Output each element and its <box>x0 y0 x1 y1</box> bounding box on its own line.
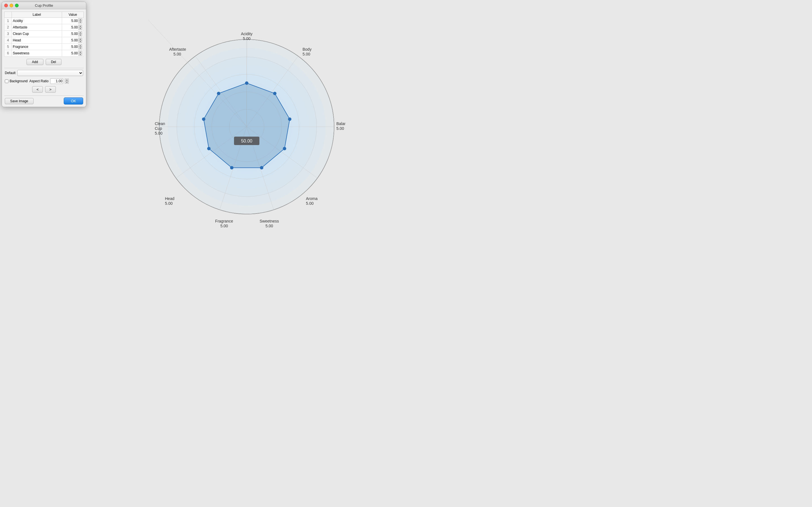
data-point-fragrance <box>230 166 234 170</box>
close-button[interactable] <box>4 4 8 7</box>
value-spinner[interactable]: ▲ ▼ <box>79 38 82 43</box>
maximize-button[interactable] <box>15 4 18 7</box>
aspect-ratio-spinner[interactable]: ▲ ▼ <box>65 78 69 83</box>
axis-value-aftertaste: 5.00 <box>173 52 181 56</box>
value-text: 5.00 <box>71 51 78 55</box>
center-value-text: 50.00 <box>241 138 252 144</box>
label-input[interactable] <box>13 25 61 29</box>
radar-chart: 50.00 2 4 6 8 10 Acidity 5.00 Body 5.00 … <box>148 20 345 234</box>
background-label: Background <box>10 79 28 83</box>
data-point-balance <box>288 117 292 121</box>
value-spinner[interactable]: ▲ ▼ <box>79 44 82 49</box>
separator-2 <box>4 96 84 96</box>
value-text: 5.00 <box>71 19 78 23</box>
row-label <box>11 44 62 50</box>
value-spinner-down[interactable]: ▼ <box>79 40 82 43</box>
row-num: 1 <box>4 18 12 24</box>
row-value: 5.00 ▲ ▼ <box>62 37 84 44</box>
data-point-aftertaste <box>217 92 220 95</box>
label-input[interactable] <box>13 32 61 36</box>
value-spinner-up[interactable]: ▲ <box>79 18 82 21</box>
titlebar: Cup Profile <box>2 2 86 9</box>
axis-value-cleancup: 5.00 <box>155 131 162 135</box>
row-num: 5 <box>4 44 12 50</box>
col-value: Value <box>62 12 84 18</box>
separator-1 <box>4 68 84 68</box>
label-input[interactable] <box>13 51 61 55</box>
spinner-up[interactable]: ▲ <box>65 78 69 81</box>
next-button[interactable]: > <box>45 86 56 93</box>
value-spinner-down[interactable]: ▼ <box>79 47 82 49</box>
add-del-row: Add Del <box>4 59 84 65</box>
value-spinner-down[interactable]: ▼ <box>79 21 82 23</box>
del-button[interactable]: Del <box>46 59 61 65</box>
data-point-body <box>273 92 276 95</box>
value-spinner-up[interactable]: ▲ <box>79 25 82 27</box>
table-row: 6 5.00 ▲ ▼ <box>4 50 84 57</box>
value-spinner[interactable]: ▲ ▼ <box>79 25 82 30</box>
row-label <box>11 24 62 31</box>
axis-label-aftertaste: Aftertaste <box>169 47 186 52</box>
col-num <box>4 12 12 18</box>
window-body: Label Value 1 5.00 ▲ ▼ 2 <box>2 9 86 107</box>
nav-row: < > <box>4 86 84 93</box>
value-text: 5.00 <box>71 25 78 29</box>
prev-button[interactable]: < <box>32 86 43 93</box>
value-spinner-down[interactable]: ▼ <box>79 53 82 56</box>
axis-label-cleancup2: Cup <box>155 126 162 131</box>
row-num: 3 <box>4 31 12 37</box>
value-spinner-down[interactable]: ▼ <box>79 34 82 36</box>
axis-value-balance: 5.00 <box>336 126 344 131</box>
row-num: 4 <box>4 37 12 44</box>
axis-label-head: Head <box>165 196 174 201</box>
add-button[interactable]: Add <box>27 59 43 65</box>
table-row: 3 5.00 ▲ ▼ <box>4 31 84 37</box>
data-point-aroma <box>283 147 286 151</box>
bottom-row: Save Image OK <box>4 98 84 105</box>
value-spinner[interactable]: ▲ ▼ <box>79 18 82 23</box>
data-table: Label Value 1 5.00 ▲ ▼ 2 <box>4 11 84 57</box>
value-spinner-up[interactable]: ▲ <box>79 44 82 47</box>
row-value: 5.00 ▲ ▼ <box>62 18 84 24</box>
axis-value-head: 5.00 <box>165 201 172 206</box>
label-input[interactable] <box>13 45 61 49</box>
axis-value-fragrance: 5.00 <box>220 224 228 228</box>
value-spinner-up[interactable]: ▲ <box>79 31 82 34</box>
table-row: 5 5.00 ▲ ▼ <box>4 44 84 50</box>
save-image-button[interactable]: Save Image <box>5 98 34 104</box>
value-text: 5.00 <box>71 32 78 36</box>
chart-area: 50.00 2 4 6 8 10 Acidity 5.00 Body 5.00 … <box>87 0 406 253</box>
axis-label-fragrance: Fragrance <box>215 219 233 223</box>
value-spinner-up[interactable]: ▲ <box>79 38 82 40</box>
value-spinner[interactable]: ▲ ▼ <box>79 31 82 36</box>
axis-value-body: 5.00 <box>303 52 310 56</box>
row-value: 5.00 ▲ ▼ <box>62 31 84 37</box>
label-input[interactable] <box>13 38 61 42</box>
row-value: 5.00 ▲ ▼ <box>62 44 84 50</box>
background-checkbox-label[interactable]: Background <box>5 79 28 83</box>
axis-value-aroma: 5.00 <box>306 201 313 206</box>
ok-button[interactable]: OK <box>64 98 83 105</box>
spinner-down[interactable]: ▼ <box>65 81 69 83</box>
value-spinner-down[interactable]: ▼ <box>79 27 82 30</box>
aspect-ratio-label: Aspect Ratio <box>29 79 49 83</box>
aspect-ratio-input[interactable] <box>50 78 63 84</box>
cup-profile-window: Cup Profile Label Value 1 5.00 ▲ <box>2 2 86 107</box>
row-label <box>11 50 62 57</box>
default-select[interactable] <box>17 70 83 76</box>
label-input[interactable] <box>13 19 61 23</box>
data-point-acidity <box>245 81 248 85</box>
background-row: Background Aspect Ratio ▲ ▼ <box>4 78 84 84</box>
value-text: 5.00 <box>71 45 78 49</box>
axis-label-balance: Balance <box>336 121 345 126</box>
background-checkbox[interactable] <box>5 79 8 83</box>
axis-label-aroma: Aroma <box>306 196 317 201</box>
row-label <box>11 37 62 44</box>
axis-value-sweetness: 5.00 <box>265 224 273 228</box>
value-spinner-up[interactable]: ▲ <box>79 51 82 53</box>
value-spinner[interactable]: ▲ ▼ <box>79 51 82 56</box>
data-point-cleancup <box>202 117 205 121</box>
minimize-button[interactable] <box>10 4 13 7</box>
col-label: Label <box>11 12 62 18</box>
table-row: 4 5.00 ▲ ▼ <box>4 37 84 44</box>
